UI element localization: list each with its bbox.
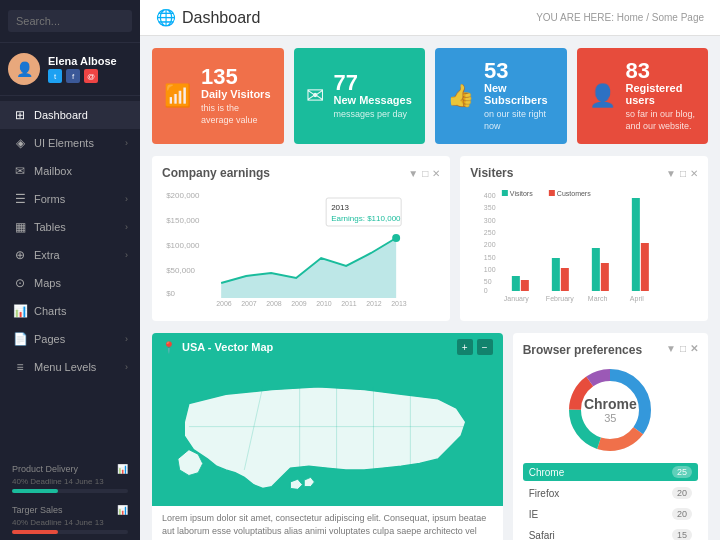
facebook-icon[interactable]: f xyxy=(66,69,80,83)
sidebar-item-extra[interactable]: ⊕ Extra › xyxy=(0,241,140,269)
chart-action-down[interactable]: ▼ xyxy=(408,168,418,179)
browser-item-ie[interactable]: IE 20 xyxy=(523,505,698,523)
sidebar-item-left: ▦ Tables xyxy=(12,220,66,234)
donut-label-main: Chrome xyxy=(584,396,637,412)
sidebar-search-container xyxy=(0,0,140,43)
map-title: USA - Vector Map xyxy=(182,341,273,353)
browser-badge: 15 xyxy=(672,529,692,540)
chart-action-resize[interactable]: □ xyxy=(422,168,428,179)
chart-header: Company earnings ▼ □ ✕ xyxy=(162,166,440,180)
donut-label-sub: 35 xyxy=(584,412,637,424)
browser-item-safari[interactable]: Safari 15 xyxy=(523,526,698,540)
svg-text:400: 400 xyxy=(484,192,496,199)
stat-number: 135 xyxy=(201,66,272,88)
visitors-chart-svg: 400 350 300 250 200 150 100 50 0 xyxy=(470,188,698,303)
svg-text:0: 0 xyxy=(484,287,488,294)
sidebar-menu: ⊞ Dashboard ◈ UI Elements › ✉ Mailbox ☰ … xyxy=(0,96,140,458)
sidebar-item-icon: ✉ xyxy=(12,164,28,178)
browser-name: Chrome xyxy=(529,467,565,478)
page-title-text: Dashboard xyxy=(182,9,260,27)
browser-action-close[interactable]: ✕ xyxy=(690,343,698,357)
sidebar-item-icon: 📄 xyxy=(12,332,28,346)
browser-action-resize[interactable]: □ xyxy=(680,343,686,357)
sidebar-item-mailbox[interactable]: ✉ Mailbox xyxy=(0,157,140,185)
user-info: Elena Albose t f @ xyxy=(48,55,132,83)
stat-label: Daily Visitors xyxy=(201,88,272,100)
sidebar-item-left: ⊙ Maps xyxy=(12,276,61,290)
svg-text:February: February xyxy=(546,295,575,303)
browser-item-firefox[interactable]: Firefox 20 xyxy=(523,484,698,502)
sidebar-item-label: Menu Levels xyxy=(34,361,96,373)
sidebar-item-menu-levels[interactable]: ≡ Menu Levels › xyxy=(0,353,140,381)
sidebar-item-maps[interactable]: ⊙ Maps xyxy=(0,269,140,297)
sidebar-item-icon: ☰ xyxy=(12,192,28,206)
stat-number: 53 xyxy=(484,60,555,82)
mail-icon[interactable]: @ xyxy=(84,69,98,83)
browser-action-down[interactable]: ▼ xyxy=(666,343,676,357)
map-card: 📍 USA - Vector Map + − xyxy=(152,333,503,540)
map-zoom-out[interactable]: − xyxy=(477,339,493,355)
chevron-right-icon: › xyxy=(125,194,128,204)
stat-info: 77 New Messages messages per day xyxy=(334,72,412,121)
sidebar-item-charts[interactable]: 📊 Charts xyxy=(0,297,140,325)
sidebar-item-ui-elements[interactable]: ◈ UI Elements › xyxy=(0,129,140,157)
visitors-chart-card: Visiters ▼ □ ✕ 400 350 300 250 200 150 1… xyxy=(460,156,708,321)
progress-icon: 📊 xyxy=(117,505,128,515)
svg-text:200: 200 xyxy=(484,241,496,248)
sidebar-item-left: ≡ Menu Levels xyxy=(12,360,96,374)
stat-card-registered-users: 👤 83 Registered users so far in our blog… xyxy=(577,48,709,144)
sidebar-item-label: Forms xyxy=(34,193,65,205)
earnings-chart-title: Company earnings xyxy=(162,166,270,180)
svg-text:50: 50 xyxy=(484,278,492,285)
browser-prefs-title: Browser preferences ▼ □ ✕ xyxy=(523,343,698,357)
visitors-action-close[interactable]: ✕ xyxy=(690,168,698,179)
browser-name: IE xyxy=(529,509,538,520)
sidebar-item-pages[interactable]: 📄 Pages › xyxy=(0,325,140,353)
visitors-action-down[interactable]: ▼ xyxy=(666,168,676,179)
sidebar-item-label: Pages xyxy=(34,333,65,345)
progress-icon: 📊 xyxy=(117,464,128,474)
stat-sub: on our site right now xyxy=(484,109,555,132)
progress-fill xyxy=(12,530,58,534)
chevron-right-icon: › xyxy=(125,222,128,232)
svg-text:150: 150 xyxy=(484,254,496,261)
progress-label: Targer Sales 📊 xyxy=(12,505,128,515)
sidebar-item-left: ✉ Mailbox xyxy=(12,164,72,178)
map-zoom-in[interactable]: + xyxy=(457,339,473,355)
stat-card-new-subscribers: 👍 53 New Subscribers on our site right n… xyxy=(435,48,567,144)
sidebar-item-forms[interactable]: ☰ Forms › xyxy=(0,185,140,213)
topbar: 🌐 Dashboard YOU ARE HERE: Home / Some Pa… xyxy=(140,0,720,36)
chevron-right-icon: › xyxy=(125,334,128,344)
stat-sub: so far in our blog, and our website. xyxy=(626,109,697,132)
stat-card-new-messages: ✉ 77 New Messages messages per day xyxy=(294,48,426,144)
visitors-chart-title: Visiters xyxy=(470,166,513,180)
browser-badge: 20 xyxy=(672,487,692,499)
twitter-icon[interactable]: t xyxy=(48,69,62,83)
sidebar-item-label: Tables xyxy=(34,221,66,233)
svg-text:Customers: Customers xyxy=(557,190,591,197)
svg-text:2009: 2009 xyxy=(291,300,307,307)
sidebar-item-dashboard[interactable]: ⊞ Dashboard xyxy=(0,101,140,129)
earnings-chart-svg: $200,000 $150,000 $100,000 $50,000 $0 20… xyxy=(162,188,440,308)
browser-item-chrome[interactable]: Chrome 25 xyxy=(523,463,698,481)
stats-row: 📶 135 Daily Visitors this is the average… xyxy=(152,48,708,144)
svg-point-9 xyxy=(392,234,400,242)
chart-actions: ▼ □ ✕ xyxy=(408,168,440,179)
visitors-chart-header: Visiters ▼ □ ✕ xyxy=(470,166,698,180)
map-controls: + − xyxy=(457,339,493,355)
svg-text:2008: 2008 xyxy=(266,300,282,307)
visitors-action-resize[interactable]: □ xyxy=(680,168,686,179)
map-header: 📍 USA - Vector Map + − xyxy=(152,333,503,361)
stat-sub: messages per day xyxy=(334,109,412,121)
map-lorem-text: Lorem ipsum dolor sit amet, consectetur … xyxy=(152,506,503,540)
sidebar-item-icon: ⊞ xyxy=(12,108,28,122)
svg-text:$100,000: $100,000 xyxy=(166,241,200,250)
user-name: Elena Albose xyxy=(48,55,132,67)
svg-text:350: 350 xyxy=(484,204,496,211)
search-input[interactable] xyxy=(8,10,132,32)
sidebar-item-tables[interactable]: ▦ Tables › xyxy=(0,213,140,241)
svg-rect-30 xyxy=(561,268,569,291)
content-area: 📶 135 Daily Visitors this is the average… xyxy=(140,36,720,540)
chart-action-close[interactable]: ✕ xyxy=(432,168,440,179)
avatar: 👤 xyxy=(8,53,40,85)
